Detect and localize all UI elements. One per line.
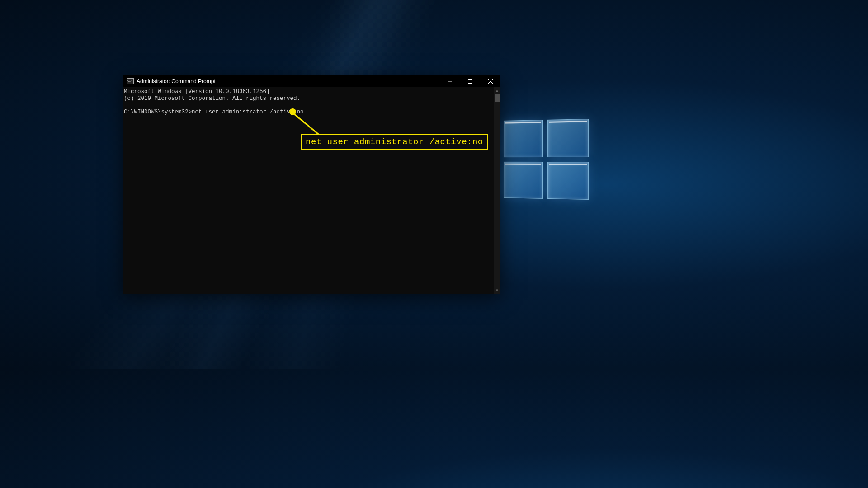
svg-rect-1 bbox=[468, 80, 472, 84]
windows-logo-icon bbox=[504, 119, 589, 200]
terminal-command: net user administrator /active:no bbox=[192, 109, 304, 115]
close-button[interactable] bbox=[480, 75, 500, 87]
maximize-icon bbox=[468, 79, 472, 84]
titlebar[interactable]: C:\ Administrator: Command Prompt bbox=[123, 75, 500, 87]
callout-text: net user administrator /active:no bbox=[306, 137, 483, 147]
cmd-icon: C:\ bbox=[127, 78, 134, 84]
command-prompt-window: C:\ Administrator: Command Prompt Micros… bbox=[123, 75, 500, 294]
logo-pane bbox=[504, 120, 543, 157]
scrollbar-down-arrow-icon[interactable]: ▼ bbox=[494, 287, 500, 294]
minimize-icon bbox=[448, 79, 452, 84]
scrollbar-up-arrow-icon[interactable]: ▲ bbox=[494, 87, 500, 94]
callout-highlight-box: net user administrator /active:no bbox=[301, 134, 488, 150]
terminal-line: Microsoft Windows [Version 10.0.18363.12… bbox=[124, 89, 270, 95]
scrollbar[interactable]: ▲ ▼ bbox=[494, 87, 500, 294]
minimize-button[interactable] bbox=[439, 75, 460, 87]
scrollbar-thumb[interactable] bbox=[495, 94, 500, 102]
terminal-line: (c) 2019 Microsoft Corporation. All righ… bbox=[124, 95, 300, 102]
svg-line-4 bbox=[294, 114, 320, 136]
close-icon bbox=[488, 79, 493, 84]
maximize-button[interactable] bbox=[460, 75, 480, 87]
logo-pane bbox=[547, 119, 589, 157]
logo-pane bbox=[504, 161, 543, 199]
logo-pane bbox=[547, 162, 589, 200]
window-title: Administrator: Command Prompt bbox=[137, 78, 216, 84]
terminal-prompt: C:\WINDOWS\system32> bbox=[124, 109, 192, 115]
